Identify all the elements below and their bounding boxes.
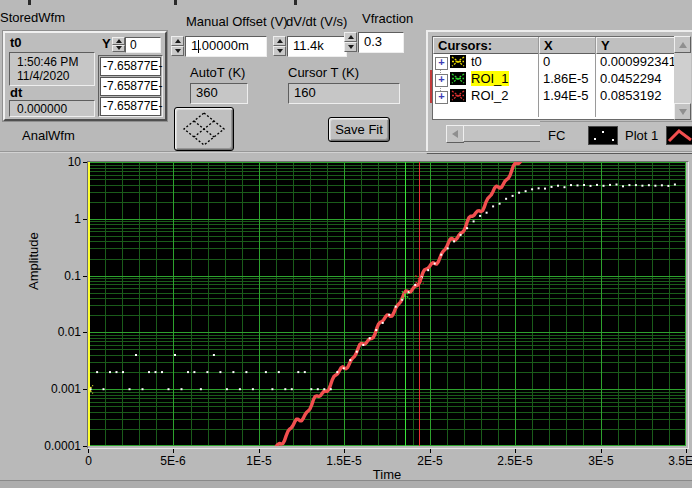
y-tick-label: 0.01: [0, 326, 81, 339]
expand-button[interactable]: +: [435, 74, 448, 87]
up-arrow-icon: [277, 39, 283, 43]
y-index-value[interactable]: 0: [125, 37, 161, 53]
scroll-up-button[interactable]: [674, 36, 691, 53]
column-divider: [538, 37, 539, 117]
y-tick-label: 0.001: [0, 383, 81, 396]
plot-legend: FC Plot 1: [540, 121, 692, 149]
dvdt-increment[interactable]: [273, 36, 286, 46]
y-index-spinner[interactable]: [112, 37, 125, 52]
storedwfm-label: StoredWfm: [0, 11, 65, 25]
y-array-element: -7.65877E-: [100, 77, 161, 96]
y-tick-label: 0.1: [0, 270, 81, 283]
x-tick-mark: [259, 449, 260, 453]
vfraction-decrement[interactable]: [344, 42, 357, 52]
cursor-t-label: Cursor T (K): [288, 66, 359, 80]
scroll-down-button[interactable]: [674, 103, 691, 120]
scroll-up-icon: [679, 42, 687, 48]
x-tick-label: 1.5E-5: [326, 455, 361, 468]
hscrollbar-thumb[interactable]: [463, 125, 541, 142]
scroll-left-icon: [452, 130, 458, 138]
x-tick-label: 0: [85, 455, 92, 468]
dvdt-field[interactable]: 11.4k: [287, 36, 347, 57]
dvdt-label: dV/dt (V/s): [286, 15, 347, 29]
down-arrow-icon: [348, 45, 354, 49]
cursor-name: t0: [471, 54, 482, 69]
x-tick-label: 2.5E-5: [497, 455, 532, 468]
cursor-y-value: 0.0452294: [600, 71, 661, 87]
dt-label: dt: [10, 86, 22, 100]
y-tick-mark: [83, 332, 87, 333]
save-fit-button[interactable]: Save Fit: [328, 117, 390, 142]
x-tick-label: 2E-5: [417, 455, 442, 468]
cursor-crosshair-icon: [450, 55, 466, 68]
diamond-button[interactable]: [174, 107, 234, 151]
vfraction-spinner[interactable]: [344, 32, 357, 52]
plot-svg: [88, 162, 686, 446]
up-arrow-icon: [116, 39, 122, 43]
x-column-header: X: [539, 37, 596, 54]
plot1-legend-label: Plot 1: [625, 129, 658, 143]
y-tick-mark: [83, 389, 87, 390]
x-tick-mark: [88, 449, 89, 453]
down-arrow-icon: [116, 46, 122, 50]
y-tick-label: 1: [0, 213, 81, 226]
y-array-element: -7.65877E-: [100, 57, 161, 76]
x-tick-label: 5E-6: [160, 455, 185, 468]
cursor-x-value: 1.86E-5: [543, 71, 589, 87]
horizontal-divider-highlight: [0, 152, 692, 153]
x-tick-mark: [430, 449, 431, 453]
x-tick-mark: [173, 449, 174, 453]
x-tick-mark: [515, 449, 516, 453]
waveform-graph-plot-area[interactable]: [87, 161, 689, 449]
cursors-table: Cursors: X Y + t0 0 0.000992341 +: [432, 36, 676, 120]
window-artifact-mark: [294, 0, 297, 5]
x-tick-label: 3E-5: [588, 455, 613, 468]
y-tick-mark: [83, 219, 87, 220]
expand-button[interactable]: +: [435, 57, 448, 70]
manual-offset-decrement[interactable]: [171, 46, 184, 56]
manual-offset-spinner[interactable]: [171, 36, 184, 56]
y-index-decrement[interactable]: [112, 45, 125, 53]
vfraction-increment[interactable]: [344, 32, 357, 42]
dt-value: 0.000000: [17, 102, 67, 116]
x-axis-title: Time: [88, 467, 686, 482]
manual-offset-increment[interactable]: [171, 36, 184, 46]
manual-offset-label: Manual Offset (V): [186, 15, 288, 29]
cursor-x-value: 1.94E-5: [543, 88, 589, 104]
text-caret: [198, 40, 199, 53]
vfraction-field[interactable]: 0.3: [358, 32, 404, 53]
x-tick-label: 3.5E-5: [668, 455, 692, 468]
y-tick-mark: [83, 276, 87, 277]
cursor-table-vscrollbar[interactable]: [674, 36, 691, 120]
y-array-element: -7.65877E-: [100, 97, 161, 116]
dvdt-decrement[interactable]: [273, 46, 286, 56]
expand-button[interactable]: +: [435, 91, 448, 104]
cursors-column-header: Cursors:: [433, 37, 539, 54]
cursor-y-value: 0.000992341: [600, 54, 676, 70]
analwfm-label: AnalWfm: [22, 129, 75, 143]
plot1-line-icon[interactable]: [666, 126, 692, 145]
manual-offset-field[interactable]: 1.00000m: [185, 36, 267, 57]
x-tick-mark: [344, 449, 345, 453]
window-artifact-mark: [174, 0, 177, 5]
fc-scatter-icon[interactable]: [588, 126, 618, 145]
dvdt-spinner[interactable]: [273, 36, 286, 56]
up-arrow-icon: [348, 35, 354, 39]
y-array-frame: -7.65877E- -7.65877E- -7.65877E-: [98, 55, 163, 117]
x-tick-mark: [686, 449, 687, 453]
y-index-increment[interactable]: [112, 37, 125, 45]
autot-label: AutoT (K): [190, 66, 245, 80]
t0-time: 1:50:46 PM: [17, 55, 78, 69]
scroll-left-button[interactable]: [446, 125, 464, 143]
cursor-x-value: 0: [543, 54, 550, 70]
vfraction-label: Vfraction: [362, 12, 413, 26]
down-arrow-icon: [277, 49, 283, 53]
window-artifact-mark: [28, 0, 31, 5]
y-tick-label: 0.0001: [0, 440, 81, 453]
cursor-name: ROI_2: [471, 88, 509, 103]
save-fit-label: Save Fit: [335, 122, 383, 137]
cursor-y-value: 0.0853192: [600, 88, 661, 104]
dt-indicator: 0.000000: [9, 100, 95, 117]
storedwfm-cluster: t0 1:50:46 PM 11/4/2020 dt 0.000000 Y 0 …: [3, 31, 167, 121]
down-arrow-icon: [175, 49, 181, 53]
